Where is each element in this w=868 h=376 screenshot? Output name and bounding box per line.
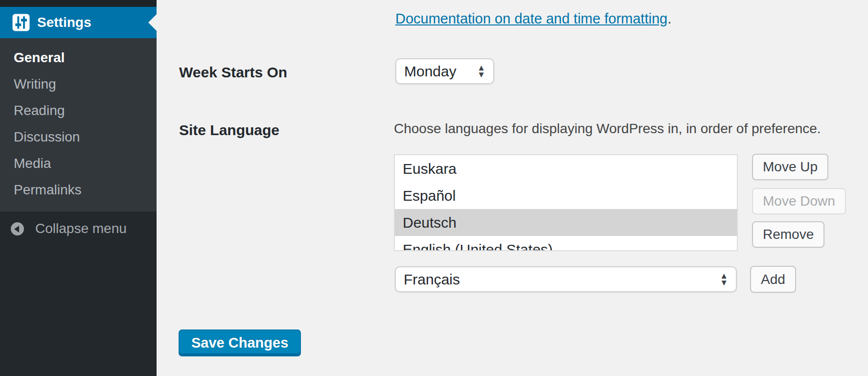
sidebar-item-discussion[interactable]: Discussion xyxy=(0,124,157,150)
settings-icon xyxy=(12,13,30,32)
documentation-suffix: . xyxy=(667,11,671,26)
site-language-label: Site Language xyxy=(179,122,279,139)
week-starts-on-label: Week Starts On xyxy=(179,64,287,81)
documentation-link[interactable]: Documentation on date and time formattin… xyxy=(395,11,667,26)
current-page-arrow-icon xyxy=(148,14,157,31)
select-arrows-icon: ▲▼ xyxy=(477,65,485,78)
add-language-value: Français xyxy=(404,271,720,288)
add-button[interactable]: Add xyxy=(750,266,796,293)
language-option[interactable]: English (United States) xyxy=(395,236,737,251)
sidebar-item-permalinks[interactable]: Permalinks xyxy=(0,177,157,203)
sidebar-item-media[interactable]: Media xyxy=(0,150,157,177)
select-arrows-icon: ▲▼ xyxy=(720,273,728,286)
move-up-button[interactable]: Move Up xyxy=(752,154,828,180)
settings-submenu: GeneralWritingReadingDiscussionMediaPerm… xyxy=(0,38,157,212)
week-starts-on-select[interactable]: Monday ▲▼ xyxy=(395,58,494,84)
collapse-menu-icon xyxy=(11,222,24,235)
documentation-line: Documentation on date and time formattin… xyxy=(395,11,671,27)
settings-menu-title: Settings xyxy=(37,15,91,30)
move-down-button[interactable]: Move Down xyxy=(752,188,846,214)
language-option[interactable]: Euskara xyxy=(395,155,737,182)
collapse-menu-button[interactable]: Collapse menu xyxy=(0,215,157,242)
language-option[interactable]: Español xyxy=(395,182,737,209)
language-listbox[interactable]: EuskaraEspañolDeutschEnglish (United Sta… xyxy=(394,154,738,251)
admin-top-strip xyxy=(0,0,157,7)
week-starts-on-value: Monday xyxy=(404,63,477,80)
sidebar-item-writing[interactable]: Writing xyxy=(0,71,157,97)
remove-button[interactable]: Remove xyxy=(752,221,824,248)
settings-content: Documentation on date and time formattin… xyxy=(157,0,868,376)
save-changes-button[interactable]: Save Changes xyxy=(179,329,301,356)
collapse-menu-label: Collapse menu xyxy=(35,221,127,236)
language-option[interactable]: Deutsch xyxy=(395,209,737,236)
add-language-select[interactable]: Français ▲▼ xyxy=(395,266,737,292)
sidebar-item-general[interactable]: General xyxy=(0,45,157,71)
sidebar-item-reading[interactable]: Reading xyxy=(0,97,157,124)
admin-sidebar: Settings GeneralWritingReadingDiscussion… xyxy=(0,0,157,376)
site-language-description: Choose languages for displaying WordPres… xyxy=(394,121,821,137)
sidebar-item-settings[interactable]: Settings xyxy=(0,7,157,38)
